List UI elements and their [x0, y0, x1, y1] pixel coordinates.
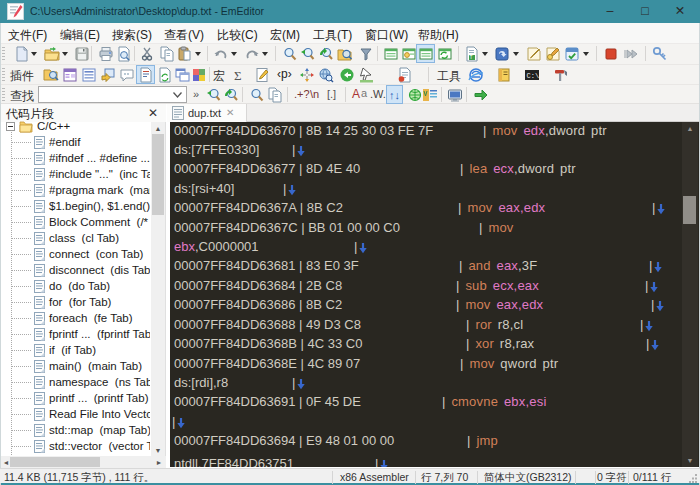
svg-text:C:\: C:\ [527, 72, 540, 80]
svg-text:Σ: Σ [234, 68, 242, 83]
svg-text:T: T [470, 54, 473, 60]
